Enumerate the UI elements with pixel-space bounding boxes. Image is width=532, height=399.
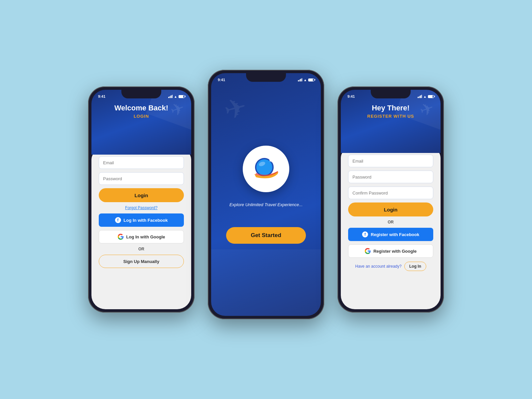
wifi-icon-right: ▲ [423,95,427,98]
phone-center: 9:41 ▲ [208,70,324,319]
email-input-left[interactable] [99,156,184,169]
signal-icon-center [298,78,302,81]
right-title: Hey There! [347,104,434,112]
notch-left [121,90,161,98]
time-right: 9:41 [347,94,355,98]
tagline: Explore Unlimited Travel Experience... [229,202,303,207]
facebook-login-button[interactable]: f Log In with Facebook [99,213,184,227]
left-title: Welcome Back! [98,104,185,112]
status-icons-left: ▲ [168,95,185,98]
battery-icon-right [428,95,434,98]
right-subtitle: REGISTER WITH US [347,114,434,119]
password-input-right[interactable] [348,171,433,183]
battery-icon-left [179,95,185,98]
time-center: 9:41 [218,78,225,82]
notch-center [246,73,286,82]
signal-icon-right [418,95,422,98]
left-subtitle: LOGIN [98,114,185,119]
google-icon [118,234,124,240]
or-divider-left: OR [99,247,184,251]
status-icons-right: ▲ [418,95,434,98]
battery-icon-center [308,78,314,81]
have-account-text: Have an account already? [355,264,401,269]
phone-left: 9:41 ▲ Welc [88,86,195,313]
facebook-icon: f [115,217,121,223]
app-logo [243,146,289,192]
or-divider-right: OR [348,220,433,224]
time-left: 9:41 [98,94,105,98]
login-button-right[interactable]: Login [348,202,433,216]
signup-button[interactable]: Sign Up Manually [99,255,184,268]
wifi-icon-center: ▲ [304,78,307,82]
google-icon-right [365,248,371,254]
notch-right [371,90,411,98]
phone-right: 9:41 ▲ Hey [337,86,444,313]
email-input-right[interactable] [348,155,433,167]
get-started-button[interactable]: Get Started [226,227,306,244]
have-account-section: Have an account already? Log In [348,262,433,271]
confirm-password-input[interactable] [348,187,433,199]
password-input-left[interactable] [99,172,184,185]
status-icons-center: ▲ [298,78,314,82]
google-register-button[interactable]: Register with Google [348,244,433,258]
facebook-icon-right: f [362,231,368,237]
facebook-register-button[interactable]: f Register with Facebook [348,228,433,241]
signal-icon-left [168,95,173,98]
google-login-button[interactable]: Log In with Google [99,230,184,243]
login-link-button[interactable]: Log In [404,262,426,271]
wifi-icon-left: ▲ [174,95,177,98]
login-button-left[interactable]: Login [99,188,184,202]
forgot-password-link[interactable]: Forgot Password? [99,205,184,210]
logo-svg [249,156,283,182]
